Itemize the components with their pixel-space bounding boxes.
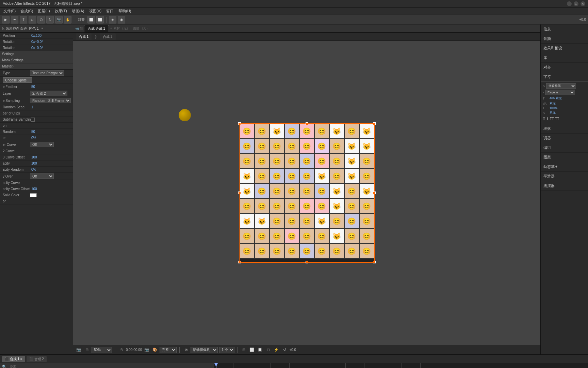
- menu-window[interactable]: 窗口: [104, 8, 116, 14]
- menu-compose[interactable]: 合成(C): [18, 8, 35, 14]
- timeline-tab-comp1[interactable]: ⬛ 合成 1 ≡: [2, 356, 25, 362]
- tool-rotate[interactable]: ↻: [46, 16, 54, 24]
- maximize-button[interactable]: □: [574, 1, 578, 6]
- tool-text[interactable]: T: [20, 16, 27, 24]
- panel-library[interactable]: 库: [541, 53, 588, 63]
- vc-camera-icon[interactable]: 📷: [75, 347, 82, 353]
- panel-character[interactable]: 字符: [541, 72, 588, 82]
- position-value[interactable]: 0x,100: [31, 34, 42, 37]
- opacity-value[interactable]: 100: [31, 162, 37, 165]
- panel-smoother[interactable]: 平滑器: [541, 172, 588, 181]
- tool-extra-2[interactable]: ◉: [118, 16, 125, 24]
- color-swatch[interactable]: [30, 193, 37, 197]
- section-master[interactable]: Master): [0, 63, 73, 70]
- camera-select[interactable]: 活动摄像机: [191, 347, 218, 353]
- layer-select[interactable]: 2. 合成 2: [30, 91, 67, 96]
- opacity-over-select[interactable]: Off: [30, 173, 54, 179]
- panel-align[interactable]: 对齐: [541, 63, 588, 72]
- timeline-tab-comp2[interactable]: ⬛ 合成 2: [27, 356, 47, 362]
- view-count-select[interactable]: 1 个: [219, 347, 234, 353]
- view-quality-select[interactable]: 完整: [160, 347, 177, 353]
- tool-select[interactable]: ▶: [2, 16, 10, 24]
- panel-edit[interactable]: 编组: [541, 143, 588, 153]
- tool-extra-1[interactable]: ◈: [109, 16, 116, 24]
- menu-effect[interactable]: 效果(T): [53, 8, 69, 14]
- handle-bottom-right[interactable]: [373, 261, 376, 263]
- vc-grid-btn[interactable]: ⊞: [240, 347, 247, 353]
- menu-animate[interactable]: 动画(A): [70, 8, 86, 14]
- minimize-button[interactable]: ─: [567, 1, 572, 6]
- tt2[interactable]: TT: [555, 117, 559, 121]
- rotation1-value[interactable]: 0x+0.0°: [31, 40, 43, 44]
- italic-T[interactable]: T: [546, 116, 549, 121]
- random-seed-value[interactable]: 1: [31, 105, 33, 109]
- tool-pan[interactable]: ✋: [64, 16, 71, 24]
- rotation2-value[interactable]: 0x+0.0°: [31, 46, 43, 50]
- tab-comp1[interactable]: 合成 合成 1: [84, 25, 109, 32]
- handle-bottom-mid[interactable]: [306, 261, 308, 263]
- vc-color-btn[interactable]: 🎨: [151, 347, 158, 353]
- panel-pattern[interactable]: 图案: [541, 153, 588, 162]
- baseline-value[interactable]: 素元: [550, 110, 556, 115]
- menu-file[interactable]: 文件(F): [1, 8, 18, 14]
- align-center[interactable]: ⬜: [96, 16, 104, 24]
- layer-search-input[interactable]: [8, 364, 212, 368]
- panel-motion-sketch[interactable]: 动态草图: [541, 162, 588, 172]
- handle-top-right[interactable]: [373, 122, 376, 125]
- panel-info[interactable]: 信息: [541, 25, 588, 34]
- vc-reset-btn[interactable]: ↺: [281, 347, 288, 353]
- sampling-select[interactable]: Random - Still Frame: [30, 98, 71, 103]
- close-button[interactable]: ✕: [581, 1, 585, 6]
- yellow-ball[interactable]: [179, 109, 191, 121]
- panel-paragraph[interactable]: 段落: [541, 124, 588, 134]
- zoom-select[interactable]: 50% 100% 25%: [92, 347, 112, 353]
- font-size-value[interactable]: 466 素元: [550, 96, 562, 101]
- section-mask-settings[interactable]: Mask Settings: [0, 57, 73, 63]
- handle-top-mid[interactable]: [306, 122, 308, 125]
- panel-wiggler[interactable]: 摇摆器: [541, 181, 588, 191]
- tt1[interactable]: TT: [550, 117, 554, 121]
- handle-mid-right[interactable]: [373, 191, 376, 194]
- subframe-checkbox[interactable]: [31, 118, 35, 122]
- scale-value[interactable]: 100%: [550, 106, 557, 110]
- tool-shape-rect[interactable]: □: [29, 16, 36, 24]
- panel-tuner[interactable]: 调器: [541, 134, 588, 143]
- align-left[interactable]: ⬜: [87, 16, 95, 24]
- er-value[interactable]: 0%: [31, 136, 36, 140]
- window-controls[interactable]: ─ □ ✕: [567, 1, 585, 6]
- random-value[interactable]: 50: [31, 130, 35, 134]
- subtab-comp1[interactable]: 合成 1: [76, 33, 92, 40]
- panel-effects-presets[interactable]: 效果和预设: [541, 44, 588, 53]
- opacity-random-value[interactable]: 0%: [31, 168, 36, 171]
- 3curve-offset-value[interactable]: 100: [31, 155, 37, 159]
- playhead[interactable]: [216, 363, 216, 368]
- vc-channel-btn[interactable]: ⬜: [248, 347, 255, 353]
- tool-shape-pen[interactable]: ⬡: [37, 16, 45, 24]
- tool-pen[interactable]: ✒: [11, 16, 18, 24]
- type-select[interactable]: Textured Polygon: [30, 70, 64, 76]
- font-family-select[interactable]: 微软雅黑: [546, 83, 576, 89]
- choose-sprite-button[interactable]: Choose Sprite...: [3, 77, 32, 83]
- handle-top-left[interactable]: [238, 122, 241, 125]
- vc-timecode-icon[interactable]: ⏱: [118, 347, 125, 353]
- menu-help[interactable]: 帮助(H): [116, 8, 133, 14]
- vc-grid-icon[interactable]: ⊞: [83, 347, 90, 353]
- vc-screen-btn[interactable]: 🖥: [182, 347, 189, 353]
- handle-bottom-left[interactable]: [238, 261, 241, 263]
- feather-value[interactable]: 50: [31, 85, 35, 89]
- vc-fast-btn[interactable]: ⚡: [273, 347, 280, 353]
- subtab-comp2[interactable]: 合成 2: [100, 33, 115, 40]
- tool-camera[interactable]: 📷: [55, 16, 63, 24]
- handle-mid-left[interactable]: [238, 191, 241, 194]
- curve-select[interactable]: Off: [30, 142, 54, 147]
- menu-layer[interactable]: 图层(L): [36, 8, 52, 14]
- panel-audio[interactable]: 音频: [541, 34, 588, 44]
- section-settings[interactable]: Settings: [0, 51, 73, 57]
- vc-camera-btn[interactable]: 📷: [143, 347, 150, 353]
- vc-pixel-btn[interactable]: ◻: [265, 347, 272, 353]
- font-style-select[interactable]: Regular: [545, 90, 575, 95]
- opacity-curve-offset-value[interactable]: 100: [31, 187, 37, 191]
- bold-T[interactable]: T: [543, 116, 545, 121]
- kern-value[interactable]: 素元: [550, 101, 556, 106]
- vc-3d-btn[interactable]: 🔲: [257, 347, 263, 353]
